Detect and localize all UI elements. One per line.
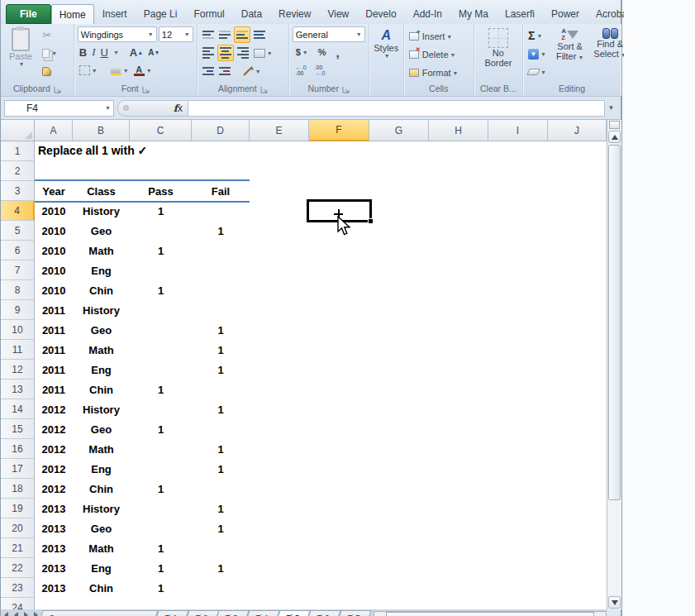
cell[interactable]: 1 xyxy=(192,439,250,459)
cell[interactable]: 1 xyxy=(130,578,192,598)
dialog-launcher-icon[interactable] xyxy=(342,85,350,93)
cell-a1-title[interactable]: Replace all 1 with ✓ xyxy=(38,144,147,157)
scrollbar-thumb[interactable] xyxy=(608,145,621,500)
cell[interactable]: Math xyxy=(73,439,130,459)
column-header-C[interactable]: C xyxy=(130,120,192,141)
cut-button[interactable]: ✂ xyxy=(40,26,59,43)
cell[interactable]: 1 xyxy=(192,558,250,578)
dialog-launcher-icon[interactable] xyxy=(260,85,268,93)
cell[interactable]: 1 xyxy=(130,479,192,499)
cell[interactable]: 1 xyxy=(130,280,192,300)
cell[interactable]: 1 xyxy=(192,518,250,538)
cell[interactable]: History xyxy=(73,201,130,221)
font-name-combo[interactable]: Wingdings▼ xyxy=(78,26,157,42)
cell[interactable]: Chin xyxy=(73,479,130,499)
cell[interactable]: Chin xyxy=(73,280,130,300)
cell[interactable]: Chin xyxy=(73,578,130,598)
cell[interactable] xyxy=(130,499,192,518)
row-header-15[interactable]: 15 xyxy=(1,419,35,439)
cell[interactable]: 2013 xyxy=(35,578,73,598)
cell[interactable] xyxy=(130,300,192,320)
cell[interactable]: 2010 xyxy=(35,260,73,280)
bottom-align-button[interactable] xyxy=(234,26,250,43)
expand-formula-bar-icon[interactable]: ▼ xyxy=(605,100,617,117)
cell[interactable] xyxy=(130,459,192,479)
next-sheet-icon[interactable] xyxy=(24,612,28,616)
scroll-down-button[interactable] xyxy=(608,596,621,609)
column-header-A[interactable]: A xyxy=(35,120,73,141)
sheet-tab-1[interactable]: S... xyxy=(38,610,158,616)
cell[interactable]: 2011 xyxy=(35,300,73,320)
cell[interactable] xyxy=(192,280,250,300)
border-button[interactable]: ▼ xyxy=(78,62,99,79)
cell[interactable]: 1 xyxy=(130,241,192,260)
row-header-20[interactable]: 20 xyxy=(1,518,35,538)
row-header-10[interactable]: 10 xyxy=(1,320,35,340)
cell[interactable]: 2013 xyxy=(35,538,73,558)
cell[interactable] xyxy=(130,518,192,538)
row-header-18[interactable]: 18 xyxy=(1,479,35,499)
row-header-21[interactable]: 21 xyxy=(1,538,35,558)
row-header-16[interactable]: 16 xyxy=(1,439,35,459)
styles-button[interactable]: A Styles ▼ xyxy=(369,26,403,60)
autosum-button[interactable]: Σ▼ xyxy=(526,27,548,44)
sheet-tab-2[interactable]: Ti 1 xyxy=(154,610,188,616)
row-header-23[interactable]: 23 xyxy=(1,578,35,598)
top-align-button[interactable] xyxy=(201,26,216,43)
cell[interactable]: 1 xyxy=(130,380,192,399)
row-header-14[interactable]: 14 xyxy=(1,399,35,419)
font-size-combo[interactable]: 12▼ xyxy=(159,26,193,42)
percent-style-button[interactable]: % xyxy=(317,44,328,60)
file-tab[interactable]: File xyxy=(6,4,51,24)
align-left-button[interactable] xyxy=(201,45,216,61)
underline-button[interactable]: U xyxy=(99,44,110,60)
cell[interactable] xyxy=(192,260,250,280)
cell[interactable] xyxy=(130,360,192,380)
comma-style-button[interactable]: , xyxy=(335,44,341,60)
cell[interactable] xyxy=(130,399,192,419)
accounting-format-button[interactable]: $▼ xyxy=(294,44,310,60)
row-header-22[interactable]: 22 xyxy=(1,558,35,578)
column-header-F[interactable]: F xyxy=(309,120,369,141)
cell[interactable] xyxy=(130,439,192,459)
name-box[interactable]: F4▼ xyxy=(4,100,114,117)
row-header-11[interactable]: 11 xyxy=(1,340,35,360)
sheet-tab-6[interactable]: Ti 5 xyxy=(275,610,311,616)
increase-decimal-button[interactable]: ←.0.00 xyxy=(294,62,308,79)
cell[interactable]: Geo xyxy=(73,419,130,439)
ribbon-tab-data[interactable]: Data xyxy=(233,4,270,24)
fill-handle[interactable] xyxy=(368,218,374,224)
ribbon-tab-view[interactable]: View xyxy=(319,4,357,24)
row-header-12[interactable]: 12 xyxy=(1,360,35,380)
ribbon-tab-laserfi[interactable]: Laserfi xyxy=(497,4,543,24)
row-header-13[interactable]: 13 xyxy=(1,380,35,399)
italic-button[interactable]: I xyxy=(90,44,97,60)
column-header-H[interactable]: H xyxy=(429,120,488,141)
cell[interactable]: 2010 xyxy=(35,280,73,300)
cell[interactable]: 2010 xyxy=(35,241,73,260)
row-header-17[interactable]: 17 xyxy=(1,459,35,479)
scrollbar-split-box[interactable] xyxy=(609,121,620,129)
row-header-5[interactable]: 5 xyxy=(1,221,35,241)
ribbon-tab-page-li[interactable]: Page Li xyxy=(136,4,186,24)
cell[interactable]: Eng xyxy=(73,558,130,578)
column-header-E[interactable]: E xyxy=(250,120,309,141)
cell[interactable]: 1 xyxy=(130,558,192,578)
select-all-corner[interactable] xyxy=(1,120,35,141)
cell[interactable]: 2010 xyxy=(35,201,73,221)
cell[interactable] xyxy=(192,578,250,598)
cell[interactable]: 2012 xyxy=(35,439,73,459)
row-header-3[interactable]: 3 xyxy=(1,181,35,201)
table-header-year[interactable]: Year xyxy=(35,181,73,201)
cell[interactable]: 1 xyxy=(192,221,250,241)
cell[interactable]: Math xyxy=(73,241,130,260)
no-border-button[interactable]: No Border xyxy=(479,26,516,69)
cell[interactable]: Eng xyxy=(73,459,130,479)
cell[interactable]: 1 xyxy=(130,538,192,558)
horizontal-scrollbar-thumb[interactable] xyxy=(386,612,594,616)
row-header-19[interactable]: 19 xyxy=(1,499,35,518)
bold-button[interactable]: B xyxy=(78,44,88,60)
ribbon-tab-formul[interactable]: Formul xyxy=(185,4,232,24)
cell[interactable] xyxy=(192,419,250,439)
insert-cells-button[interactable]: Insert▼ xyxy=(407,28,460,45)
